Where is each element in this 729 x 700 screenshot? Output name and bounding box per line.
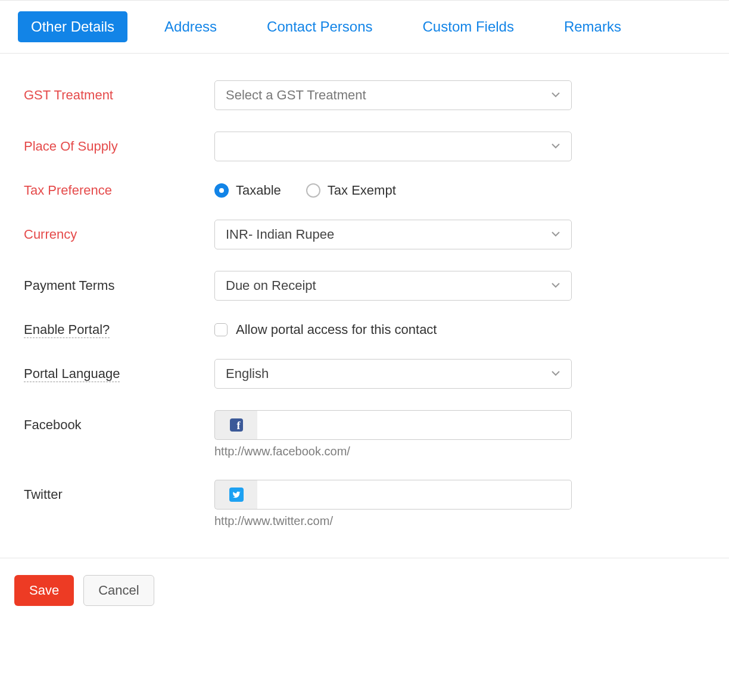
- tab-contact-persons[interactable]: Contact Persons: [254, 11, 385, 42]
- select-payment-terms-value: Due on Receipt: [226, 278, 316, 293]
- cancel-button[interactable]: Cancel: [83, 575, 154, 606]
- select-gst-treatment-value: Select a GST Treatment: [226, 88, 366, 103]
- label-facebook: Facebook: [24, 417, 82, 432]
- tab-other-details[interactable]: Other Details: [18, 11, 127, 42]
- chevron-down-icon: [551, 227, 560, 242]
- chevron-down-icon: [551, 366, 560, 382]
- hint-twitter: http://www.twitter.com/: [214, 514, 572, 528]
- twitter-icon: [229, 488, 244, 502]
- radio-tax-exempt[interactable]: Tax Exempt: [306, 183, 396, 198]
- label-enable-portal: Enable Portal?: [24, 322, 110, 338]
- select-payment-terms[interactable]: Due on Receipt: [214, 271, 572, 301]
- label-payment-terms: Payment Terms: [24, 278, 114, 293]
- checkbox-enable-portal[interactable]: [214, 323, 228, 336]
- tab-address[interactable]: Address: [151, 11, 230, 42]
- checkbox-label-enable-portal: Allow portal access for this contact: [236, 322, 437, 338]
- form-other-details: GST Treatment Select a GST Treatment Pla…: [0, 54, 729, 558]
- label-currency: Currency: [24, 227, 77, 242]
- radio-taxable[interactable]: Taxable: [214, 183, 281, 198]
- chevron-down-icon: [551, 278, 560, 293]
- label-place-of-supply: Place Of Supply: [24, 139, 118, 154]
- hint-facebook: http://www.facebook.com/: [214, 445, 572, 458]
- chevron-down-icon: [551, 88, 560, 103]
- radio-indicator-taxable: [214, 183, 229, 198]
- input-facebook[interactable]: [257, 410, 572, 440]
- footer-bar: Save Cancel: [0, 558, 729, 623]
- tab-custom-fields[interactable]: Custom Fields: [410, 11, 527, 42]
- select-place-of-supply[interactable]: [214, 132, 572, 161]
- radio-indicator-exempt: [306, 183, 320, 198]
- twitter-addon: [214, 480, 257, 510]
- chevron-down-icon: [551, 139, 560, 154]
- label-twitter: Twitter: [24, 487, 63, 502]
- select-portal-language[interactable]: English: [214, 359, 572, 389]
- tab-remarks[interactable]: Remarks: [551, 11, 634, 42]
- select-gst-treatment[interactable]: Select a GST Treatment: [214, 80, 572, 110]
- facebook-addon: [214, 410, 257, 440]
- radio-label-taxable: Taxable: [236, 183, 281, 198]
- label-tax-preference: Tax Preference: [24, 183, 112, 198]
- label-gst-treatment: GST Treatment: [24, 88, 113, 102]
- input-twitter[interactable]: [257, 480, 572, 510]
- tab-bar: Other Details Address Contact Persons Cu…: [0, 0, 729, 54]
- select-currency[interactable]: INR- Indian Rupee: [214, 220, 572, 249]
- facebook-icon: [230, 418, 243, 432]
- select-portal-language-value: English: [226, 366, 269, 382]
- select-currency-value: INR- Indian Rupee: [226, 227, 334, 242]
- radio-label-exempt: Tax Exempt: [328, 183, 396, 198]
- save-button[interactable]: Save: [14, 575, 74, 606]
- label-portal-language: Portal Language: [24, 366, 120, 382]
